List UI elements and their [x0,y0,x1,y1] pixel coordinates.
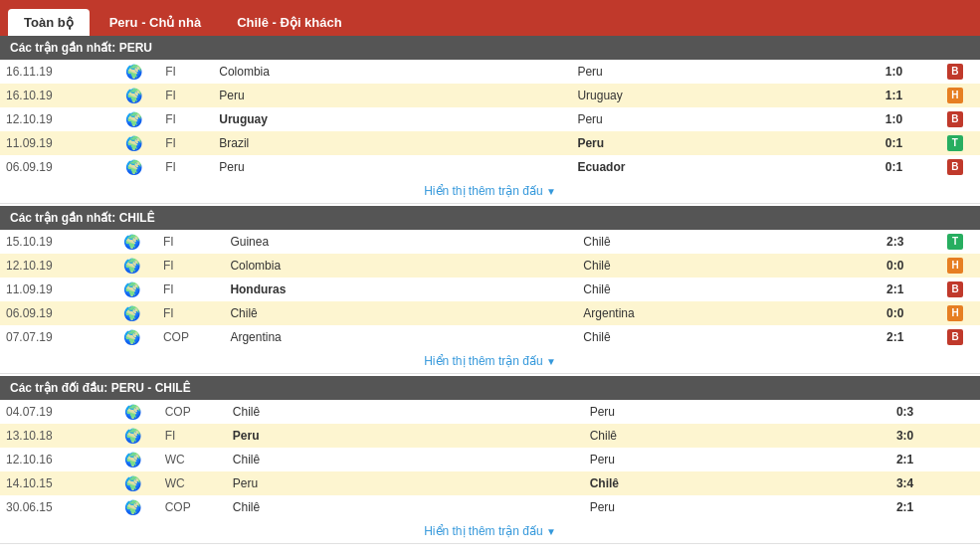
match-score: 2:1 [860,325,930,349]
tab-peru-home[interactable]: Peru - Chủ nhà [94,9,218,36]
row-date: 06.09.19 [0,155,107,179]
match-type: COP [159,400,227,424]
show-more-link[interactable]: Hiển thị thêm trận đấu ▼ [0,519,980,544]
team1-name: Uruguay [213,107,571,131]
table-row: 07.07.19🌍COPArgentinaChilê2:1B [0,325,980,349]
row-date: 04.07.19 [0,400,107,424]
team1-name: Colombia [213,60,571,84]
match-badge: B [930,107,980,131]
table-row: 14.10.15🌍WCPeruChilê3:4 [0,471,980,495]
team2-name: Peru [571,131,858,155]
team2-name: Chilê [577,254,860,278]
table-row: 12.10.19🌍FIUruguayPeru1:0B [0,107,980,131]
globe-icon: 🌍 [105,230,156,254]
section-head-to-head: Các trận đối đầu: PERU - CHILÊ04.07.19🌍C… [0,376,980,544]
team2-name: Peru [571,60,858,84]
team1-name: Chilê [227,448,584,471]
team1-name: Guinea [224,230,577,254]
show-more-link[interactable]: Hiển thị thêm trận đấu ▼ [0,179,980,204]
match-type: FI [159,424,227,448]
table-row: 30.06.15🌍COPChilêPeru2:1 [0,495,980,519]
row-date: 11.09.19 [0,278,105,301]
table-row: 06.09.19🌍FIChilêArgentina0:0H [0,301,980,325]
match-score: 0:1 [859,131,930,155]
globe-icon: 🌍 [107,448,159,471]
globe-icon: 🌍 [105,254,156,278]
match-score: 0:3 [870,400,941,424]
table-row: 16.11.19🌍FIColombiaPeru1:0B [0,60,980,84]
match-badge: H [930,254,980,278]
match-badge: H [930,84,980,107]
table-head-to-head: 04.07.19🌍COPChilêPeru0:313.10.18🌍FIPeruC… [0,400,980,519]
table-row: 13.10.18🌍FIPeruChilê3:0 [0,424,980,448]
globe-icon: 🌍 [107,400,159,424]
row-date: 15.10.19 [0,230,105,254]
match-score: 3:4 [870,471,941,495]
table-row: 12.10.19🌍FIColombiaChilê0:0H [0,254,980,278]
tab-chile-away[interactable]: Chilê - Đội khách [221,9,358,36]
row-date: 12.10.19 [0,254,105,278]
match-score: 0:1 [859,155,930,179]
team2-name: Argentina [577,301,860,325]
match-type: FI [159,155,213,179]
team2-name: Ecuador [571,155,858,179]
globe-icon: 🌍 [107,495,159,519]
globe-icon: 🌍 [107,107,159,131]
row-date: 07.07.19 [0,325,105,349]
match-score: 2:1 [870,448,941,471]
row-date: 16.11.19 [0,60,107,84]
globe-icon: 🌍 [107,84,159,107]
match-badge: T [930,131,980,155]
show-more-link[interactable]: Hiển thị thêm trận đấu ▼ [0,349,980,374]
section-header-peru-recent: Các trận gần nhất: PERU [0,36,980,60]
match-type: WC [159,471,227,495]
table-row: 11.09.19🌍FIHondurasChilê2:1B [0,278,980,301]
table-peru-recent: 16.11.19🌍FIColombiaPeru1:0B16.10.19🌍FIPe… [0,60,980,179]
team1-name: Chilê [227,400,584,424]
section-peru-recent: Các trận gần nhất: PERU16.11.19🌍FIColomb… [0,36,980,204]
team2-name: Peru [584,400,870,424]
match-badge [940,424,980,448]
table-row: 04.07.19🌍COPChilêPeru0:3 [0,400,980,424]
team1-name: Colombia [224,254,577,278]
match-score: 1:1 [859,84,930,107]
table-row: 15.10.19🌍FIGuineaChilê2:3T [0,230,980,254]
team2-name: Chilê [577,278,860,301]
match-type: COP [159,495,227,519]
match-score: 2:1 [860,278,930,301]
match-type: WC [159,448,227,471]
team1-name: Argentina [224,325,577,349]
team2-name: Chilê [577,230,860,254]
match-badge: T [930,230,980,254]
globe-icon: 🌍 [107,471,159,495]
match-score: 1:0 [859,60,930,84]
table-row: 06.09.19🌍FIPeruEcuador0:1B [0,155,980,179]
row-date: 12.10.16 [0,448,107,471]
team2-name: Chilê [577,325,860,349]
globe-icon: 🌍 [105,325,156,349]
match-type: FI [159,131,213,155]
match-badge: B [930,278,980,301]
globe-icon: 🌍 [107,424,159,448]
tab-toan-bo[interactable]: Toàn bộ [8,9,90,36]
table-row: 11.09.19🌍FIBrazilPeru0:1T [0,131,980,155]
team2-name: Peru [584,495,870,519]
match-type: COP [157,325,224,349]
globe-icon: 🌍 [107,155,159,179]
row-date: 13.10.18 [0,424,107,448]
match-score: 1:0 [859,107,930,131]
match-type: FI [159,60,213,84]
team1-name: Chilê [224,301,577,325]
team2-name: Peru [571,107,858,131]
match-badge: B [930,155,980,179]
globe-icon: 🌍 [105,278,156,301]
team1-name: Honduras [224,278,577,301]
match-score: 0:0 [860,301,930,325]
section-header-head-to-head: Các trận đối đầu: PERU - CHILÊ [0,376,980,400]
match-type: FI [157,301,224,325]
tab-bar: Toàn bộ Peru - Chủ nhà Chilê - Đội khách [0,0,980,36]
match-type: FI [159,84,213,107]
globe-icon: 🌍 [107,131,159,155]
match-badge [940,400,980,424]
match-badge: B [930,60,980,84]
